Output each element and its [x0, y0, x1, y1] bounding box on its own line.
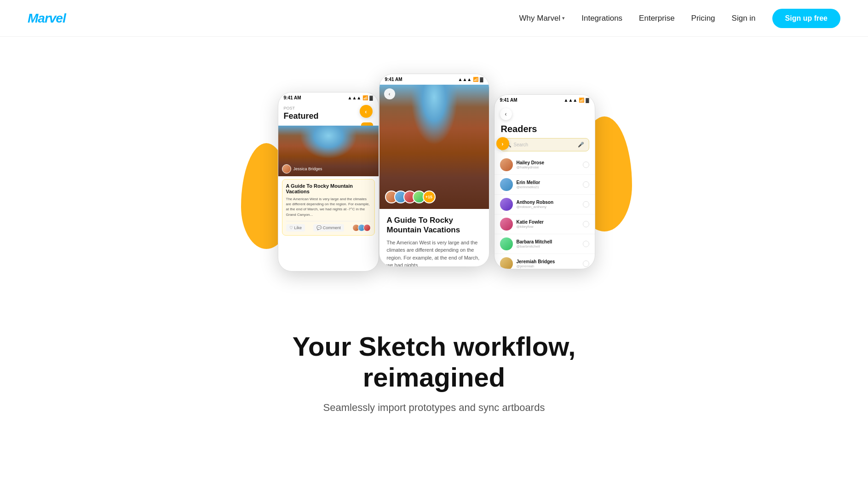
reader-avatar-6 — [500, 257, 513, 269]
reader-info-2: Erin Mellor @erinmello21 — [517, 180, 579, 189]
reader-item-6: Jeremiah Bridges @jeremiah — [494, 254, 595, 269]
phone-right-statusbar: 9:41 AM ▲▲▲ 📶 ▓ — [494, 95, 595, 105]
reader-info-1: Hailey Drose @haileydrose — [517, 160, 579, 169]
statusbar-icons-center: ▲▲▲ 📶 ▓ — [458, 77, 483, 82]
author-name-left: Jessica Bridges — [293, 167, 322, 171]
avatar-overflow-count: +15 — [423, 191, 436, 203]
search-placeholder: Search — [514, 142, 529, 147]
reader-check-3[interactable] — [583, 201, 589, 208]
hero-subtext: Seamlessly import prototypes and sync ar… — [9, 402, 859, 414]
author-avatar-left — [282, 164, 291, 173]
article-text-left: The American West is very large and the … — [286, 196, 371, 217]
readers-list: Hailey Drose @haileydrose Erin Mellor @e… — [494, 155, 595, 269]
reader-info-4: Katie Fowler @ktieyfow — [517, 220, 579, 229]
featured-image: Jessica Bridges — [278, 126, 379, 176]
headline-line1: Your Sketch workflow, — [293, 331, 576, 361]
nav-arrow-right[interactable]: › — [496, 137, 509, 150]
signal-icon: ▲▲▲ — [348, 95, 362, 100]
phone-left-content: POST Featured Jessica Bridges — [278, 103, 379, 236]
statusbar-time-left: 9:41 AM — [284, 95, 301, 100]
mic-icon: 🎤 — [578, 142, 584, 148]
phone-center: 9:41 AM ▲▲▲ 📶 ▓ ‹ +15 — [379, 74, 489, 267]
reader-item-5: Barbara Mitchell @barbmitchell — [494, 234, 595, 254]
comment-label: Comment — [323, 225, 341, 230]
article-title-left: A Guide To Rocky Mountain Vacations — [286, 183, 371, 194]
reader-avatar-3 — [500, 198, 513, 211]
chevron-down-icon: ▾ — [562, 15, 565, 21]
nav-pricing[interactable]: Pricing — [691, 14, 715, 23]
reader-check-1[interactable] — [583, 162, 589, 168]
statusbar-icons-right: ▲▲▲ 📶 ▓ — [564, 98, 589, 103]
reader-name-6: Jeremiah Bridges — [517, 259, 579, 264]
viewer-avatars — [352, 224, 371, 231]
reader-item-3: Anthony Robson @robson_anthony — [494, 195, 595, 214]
nav-arrow-left[interactable]: ‹ — [360, 105, 373, 118]
readers-title: Readers — [494, 123, 595, 138]
reader-check-2[interactable] — [583, 181, 589, 188]
main-nav: Why Marvel ▾ Integrations Enterprise Pri… — [519, 9, 840, 28]
statusbar-time-right: 9:41 AM — [500, 98, 517, 103]
reader-handle-3: @robson_anthony — [517, 205, 579, 209]
header: Marvel Why Marvel ▾ Integrations Enterpr… — [0, 0, 868, 37]
right-back-button[interactable]: ‹ — [500, 108, 512, 120]
reader-info-5: Barbara Mitchell @barbmitchell — [517, 239, 579, 248]
reader-handle-1: @haileydrose — [517, 165, 579, 169]
article-actions-left: ♡ Like 💬 Comment — [286, 221, 371, 231]
article-card-left: A Guide To Rocky Mountain Vacations The … — [282, 179, 375, 236]
reader-info-3: Anthony Robson @robson_anthony — [517, 200, 579, 209]
comment-icon: 💬 — [316, 225, 322, 230]
reader-handle-4: @ktieyfow — [517, 225, 579, 229]
author-info-left: Jessica Bridges — [282, 164, 322, 173]
battery-icon: ▓ — [369, 95, 373, 100]
reader-check-6[interactable] — [583, 260, 589, 267]
center-image-container: ‹ +15 — [379, 85, 489, 209]
statusbar-time-center: 9:41 AM — [385, 77, 402, 82]
reader-avatar-4 — [500, 218, 513, 231]
reader-name-2: Erin Mellor — [517, 180, 579, 185]
nav-enterprise[interactable]: Enterprise — [639, 14, 674, 23]
phone-right: 9:41 AM ▲▲▲ 📶 ▓ ‹ Readers 🔍 Search 🎤 Hai… — [494, 94, 595, 269]
nav-sign-in[interactable]: Sign in — [732, 14, 756, 23]
reader-avatar-2 — [500, 178, 513, 191]
battery-icon-r: ▓ — [586, 98, 589, 103]
phone-left-statusbar: 9:41 AM ▲▲▲ 📶 ▓ — [278, 92, 379, 103]
comment-button[interactable]: 💬 Comment — [313, 224, 344, 231]
reader-item-2: Erin Mellor @erinmello21 — [494, 175, 595, 195]
signal-icon-c: ▲▲▲ — [458, 77, 472, 82]
reader-item-4: Katie Fowler @ktieyfow — [494, 214, 595, 234]
reader-name-3: Anthony Robson — [517, 200, 579, 205]
phone-center-statusbar: 9:41 AM ▲▲▲ 📶 ▓ — [379, 74, 489, 85]
statusbar-icons-left: ▲▲▲ 📶 ▓ — [348, 95, 373, 100]
phone-left: 9:41 AM ▲▲▲ 📶 ▓ POST Featured — [278, 92, 379, 272]
reader-avatar-5 — [500, 237, 513, 250]
hero-section: 9:41 AM ▲▲▲ 📶 ▓ POST Featured — [0, 37, 868, 304]
logo[interactable]: Marvel — [28, 11, 66, 26]
signup-button[interactable]: Sign up free — [772, 9, 840, 28]
reader-handle-2: @erinmello21 — [517, 185, 579, 189]
wifi-icon-c: 📶 — [473, 77, 478, 82]
readers-search[interactable]: 🔍 Search 🎤 — [500, 138, 589, 151]
headline-line2: reimagined — [363, 362, 505, 392]
reader-check-5[interactable] — [583, 241, 589, 247]
reader-handle-5: @barbmitchell — [517, 244, 579, 248]
reader-name-4: Katie Fowler — [517, 220, 579, 225]
battery-icon-c: ▓ — [480, 77, 483, 82]
nav-why-marvel[interactable]: Why Marvel ▾ — [519, 14, 565, 23]
reader-name-1: Hailey Drose — [517, 160, 579, 165]
signal-icon-r: ▲▲▲ — [564, 98, 578, 103]
text-section: Your Sketch workflow, reimagined Seamles… — [0, 304, 868, 432]
center-article-text: The American West is very large and the … — [387, 239, 482, 267]
phones-container: 9:41 AM ▲▲▲ 📶 ▓ POST Featured — [250, 55, 618, 295]
reader-info-6: Jeremiah Bridges @jeremiah — [517, 259, 579, 268]
center-article: A Guide To Rocky Mountain Vacations The … — [379, 209, 489, 267]
nav-integrations[interactable]: Integrations — [581, 14, 622, 23]
reader-name-5: Barbara Mitchell — [517, 239, 579, 244]
like-button[interactable]: ♡ Like — [286, 224, 305, 231]
reader-item-1: Hailey Drose @haileydrose — [494, 155, 595, 175]
viewer-avatar-3 — [363, 224, 371, 231]
wifi-icon-r: 📶 — [579, 98, 584, 103]
wifi-icon: 📶 — [362, 95, 368, 100]
center-back-button[interactable]: ‹ — [384, 88, 395, 99]
avatar-row: +15 — [385, 191, 436, 203]
reader-check-4[interactable] — [583, 221, 589, 227]
